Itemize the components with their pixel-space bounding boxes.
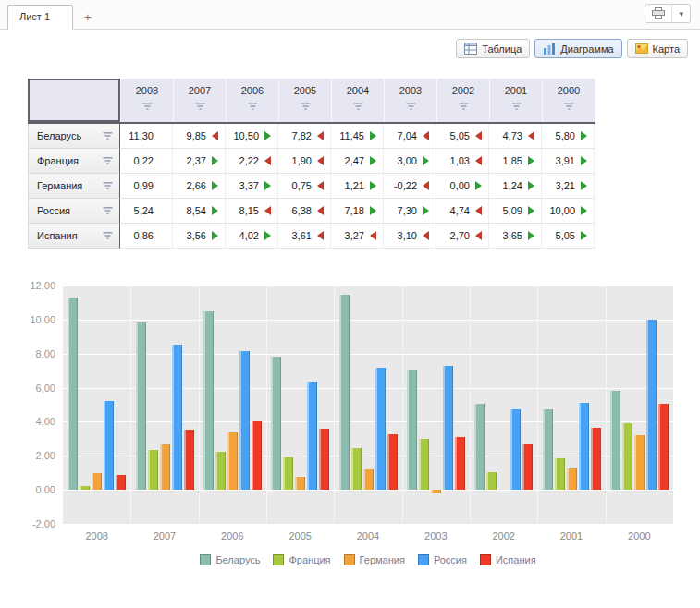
- chart-bar[interactable]: [319, 429, 329, 491]
- column-header-2002[interactable]: 2002: [436, 79, 489, 122]
- value-cell[interactable]: 5,05: [542, 224, 595, 249]
- value-cell[interactable]: 3,10: [384, 224, 436, 249]
- value-cell[interactable]: 0,86: [120, 224, 173, 249]
- value-cell[interactable]: 3,37: [226, 174, 278, 199]
- value-cell[interactable]: 3,00: [384, 149, 436, 174]
- filter-icon[interactable]: [511, 102, 522, 111]
- chart-bar[interactable]: [634, 435, 645, 490]
- chart-bar[interactable]: [239, 351, 250, 490]
- chart-bar[interactable]: [543, 409, 553, 490]
- chart-bar[interactable]: [339, 295, 350, 490]
- value-cell[interactable]: 0,99: [120, 174, 173, 199]
- value-cell[interactable]: 6,38: [278, 199, 331, 224]
- value-cell[interactable]: 3,65: [489, 224, 542, 249]
- add-tab-button[interactable]: +: [73, 6, 103, 29]
- chart-bar[interactable]: [567, 468, 577, 490]
- chart-bar[interactable]: [522, 444, 533, 490]
- chart-bar[interactable]: [591, 428, 601, 490]
- row-header[interactable]: Россия: [28, 199, 120, 224]
- chart-bar[interactable]: [227, 432, 238, 490]
- chart-bar[interactable]: [307, 382, 317, 491]
- view-chart-button[interactable]: Диаграмма: [534, 39, 621, 58]
- row-header[interactable]: Франция: [28, 149, 120, 174]
- chart-bar[interactable]: [658, 404, 669, 490]
- value-cell[interactable]: 1,21: [331, 174, 384, 199]
- column-header-2008[interactable]: 2008: [120, 79, 173, 122]
- chart-bar[interactable]: [104, 401, 114, 491]
- column-header-2006[interactable]: 2006: [226, 79, 278, 122]
- chart-bar[interactable]: [283, 457, 293, 490]
- value-cell[interactable]: 2,66: [173, 174, 226, 199]
- value-cell[interactable]: 2,47: [331, 149, 384, 174]
- legend-item[interactable]: Беларусь: [200, 554, 260, 565]
- legend-item[interactable]: Франция: [273, 554, 330, 565]
- chart-bar[interactable]: [68, 298, 78, 490]
- column-header-2005[interactable]: 2005: [278, 79, 331, 122]
- chart-bar[interactable]: [351, 448, 362, 491]
- chart-bar[interactable]: [215, 452, 226, 490]
- filter-icon[interactable]: [564, 102, 574, 111]
- chart-bar[interactable]: [271, 357, 281, 490]
- chart-bar[interactable]: [92, 473, 102, 490]
- chart-bar[interactable]: [172, 345, 182, 490]
- filter-icon[interactable]: [353, 102, 363, 111]
- value-cell[interactable]: 10,00: [542, 199, 595, 224]
- filter-icon[interactable]: [459, 102, 469, 111]
- value-cell[interactable]: 2,37: [173, 149, 226, 174]
- column-header-2000[interactable]: 2000: [542, 79, 595, 122]
- chart-bar[interactable]: [555, 458, 565, 490]
- filter-icon[interactable]: [142, 102, 153, 111]
- chart-bar[interactable]: [419, 439, 429, 490]
- print-dropdown-button[interactable]: ▾: [671, 5, 690, 22]
- chart-bar[interactable]: [474, 404, 485, 490]
- value-cell[interactable]: 9,85: [173, 124, 226, 149]
- value-cell[interactable]: 7,18: [331, 199, 384, 224]
- value-cell[interactable]: 5,24: [120, 199, 173, 224]
- row-header[interactable]: Германия: [28, 174, 120, 199]
- chart-bar[interactable]: [387, 434, 398, 490]
- value-cell[interactable]: 7,82: [278, 124, 331, 149]
- chart-bar[interactable]: [443, 366, 453, 491]
- chart-bar[interactable]: [646, 320, 657, 490]
- value-cell[interactable]: 2,22: [226, 149, 278, 174]
- column-header-2004[interactable]: 2004: [331, 79, 384, 122]
- filter-icon[interactable]: [103, 231, 113, 240]
- chart-bar[interactable]: [184, 430, 194, 491]
- chart-bar[interactable]: [455, 437, 465, 490]
- chart-bar[interactable]: [136, 322, 146, 491]
- value-cell[interactable]: 1,85: [489, 149, 542, 174]
- chart-bar[interactable]: [375, 368, 386, 490]
- value-cell[interactable]: 5,80: [542, 124, 595, 149]
- value-cell[interactable]: 11,30: [120, 124, 173, 149]
- chart-bar[interactable]: [363, 469, 374, 490]
- column-header-2003[interactable]: 2003: [384, 79, 436, 122]
- chart-bar[interactable]: [252, 421, 262, 490]
- value-cell[interactable]: 4,74: [436, 199, 489, 224]
- print-button[interactable]: [645, 5, 671, 22]
- chart-bar[interactable]: [160, 444, 170, 490]
- value-cell[interactable]: 5,05: [436, 124, 489, 149]
- legend-item[interactable]: Испания: [480, 554, 536, 565]
- value-cell[interactable]: 0,00: [436, 174, 489, 199]
- chart-bar[interactable]: [431, 490, 441, 493]
- value-cell[interactable]: -0,22: [384, 174, 436, 199]
- value-cell[interactable]: 4,73: [489, 124, 542, 149]
- chart-bar[interactable]: [486, 472, 497, 490]
- value-cell[interactable]: 10,50: [226, 124, 278, 149]
- value-cell[interactable]: 4,02: [226, 224, 278, 249]
- view-map-button[interactable]: Карта: [627, 39, 688, 58]
- chart-bar[interactable]: [510, 409, 521, 490]
- filter-icon[interactable]: [103, 181, 113, 190]
- value-cell[interactable]: 8,15: [226, 199, 278, 224]
- chart-bar[interactable]: [610, 391, 620, 490]
- value-cell[interactable]: 3,56: [173, 224, 226, 249]
- value-cell[interactable]: 3,91: [542, 149, 595, 174]
- value-cell[interactable]: 3,21: [542, 174, 595, 199]
- chart-bar[interactable]: [80, 486, 90, 490]
- filter-icon[interactable]: [406, 102, 416, 111]
- table-corner-cell[interactable]: [28, 79, 120, 122]
- chart-bar[interactable]: [295, 477, 305, 490]
- filter-icon[interactable]: [103, 156, 113, 165]
- value-cell[interactable]: 0,75: [278, 174, 331, 199]
- view-table-button[interactable]: Таблица: [456, 39, 530, 58]
